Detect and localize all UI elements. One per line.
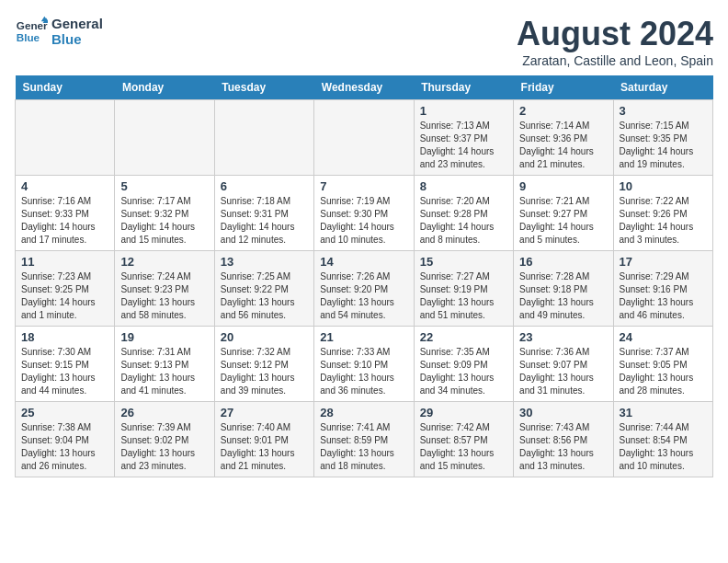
day-cell: 1Sunrise: 7:13 AM Sunset: 9:37 PM Daylig…: [414, 100, 513, 176]
day-info: Sunrise: 7:13 AM Sunset: 9:37 PM Dayligh…: [420, 120, 507, 171]
day-number: 16: [519, 255, 607, 269]
day-info: Sunrise: 7:18 AM Sunset: 9:31 PM Dayligh…: [221, 195, 308, 247]
day-number: 9: [519, 179, 607, 193]
day-cell: 28Sunrise: 7:41 AM Sunset: 8:59 PM Dayli…: [314, 402, 414, 477]
day-info: Sunrise: 7:31 AM Sunset: 9:13 PM Dayligh…: [120, 346, 208, 397]
day-info: Sunrise: 7:16 AM Sunset: 9:33 PM Dayligh…: [21, 195, 108, 247]
day-number: 17: [620, 255, 707, 269]
location-subtitle: Zaratan, Castille and Leon, Spain: [517, 53, 713, 68]
day-number: 8: [420, 179, 507, 193]
day-info: Sunrise: 7:24 AM Sunset: 9:23 PM Dayligh…: [120, 270, 208, 322]
day-number: 28: [320, 406, 407, 419]
day-cell: 10Sunrise: 7:22 AM Sunset: 9:26 PM Dayli…: [613, 176, 712, 251]
day-info: Sunrise: 7:39 AM Sunset: 9:02 PM Dayligh…: [120, 421, 208, 473]
svg-text:Blue: Blue: [17, 31, 40, 43]
day-cell: [314, 100, 414, 176]
day-info: Sunrise: 7:42 AM Sunset: 8:57 PM Dayligh…: [420, 421, 507, 473]
day-info: Sunrise: 7:32 AM Sunset: 9:12 PM Dayligh…: [221, 346, 308, 397]
day-number: 18: [21, 330, 108, 344]
day-info: Sunrise: 7:28 AM Sunset: 9:18 PM Dayligh…: [519, 270, 607, 322]
weekday-header-friday: Friday: [514, 75, 613, 100]
day-number: 30: [519, 406, 607, 419]
logo-blue: Blue: [51, 31, 103, 47]
day-number: 1: [420, 104, 507, 118]
day-cell: 20Sunrise: 7:32 AM Sunset: 9:12 PM Dayli…: [214, 327, 313, 402]
week-row-4: 18Sunrise: 7:30 AM Sunset: 9:15 PM Dayli…: [16, 327, 713, 402]
day-cell: 7Sunrise: 7:19 AM Sunset: 9:30 PM Daylig…: [314, 176, 414, 251]
weekday-header-sunday: Sunday: [16, 75, 115, 100]
day-number: 13: [221, 255, 308, 269]
day-number: 15: [420, 255, 507, 269]
day-cell: 31Sunrise: 7:44 AM Sunset: 8:54 PM Dayli…: [613, 402, 712, 477]
day-info: Sunrise: 7:27 AM Sunset: 9:19 PM Dayligh…: [420, 270, 507, 322]
day-number: 7: [320, 179, 407, 193]
week-row-3: 11Sunrise: 7:23 AM Sunset: 9:25 PM Dayli…: [16, 251, 713, 327]
day-info: Sunrise: 7:22 AM Sunset: 9:26 PM Dayligh…: [620, 195, 707, 247]
day-number: 24: [620, 330, 707, 344]
day-cell: [214, 100, 313, 176]
day-cell: 3Sunrise: 7:15 AM Sunset: 9:35 PM Daylig…: [613, 100, 712, 176]
day-info: Sunrise: 7:38 AM Sunset: 9:04 PM Dayligh…: [21, 421, 108, 473]
weekday-header-tuesday: Tuesday: [214, 75, 313, 100]
day-cell: 19Sunrise: 7:31 AM Sunset: 9:13 PM Dayli…: [115, 327, 214, 402]
day-number: 10: [620, 179, 707, 193]
day-cell: 26Sunrise: 7:39 AM Sunset: 9:02 PM Dayli…: [115, 402, 214, 477]
day-number: 22: [420, 330, 507, 344]
month-year-title: August 2024: [517, 15, 713, 53]
day-number: 31: [620, 406, 707, 419]
logo-icon: General Blue: [15, 15, 48, 48]
day-number: 14: [320, 255, 407, 269]
day-cell: 11Sunrise: 7:23 AM Sunset: 9:25 PM Dayli…: [16, 251, 115, 327]
day-cell: 5Sunrise: 7:17 AM Sunset: 9:32 PM Daylig…: [115, 176, 214, 251]
day-cell: 12Sunrise: 7:24 AM Sunset: 9:23 PM Dayli…: [115, 251, 214, 327]
title-area: August 2024 Zaratan, Castille and Leon, …: [517, 15, 713, 68]
day-cell: 30Sunrise: 7:43 AM Sunset: 8:56 PM Dayli…: [514, 402, 613, 477]
day-number: 26: [120, 406, 208, 419]
day-info: Sunrise: 7:41 AM Sunset: 8:59 PM Dayligh…: [320, 421, 407, 473]
day-number: 5: [120, 179, 208, 193]
day-info: Sunrise: 7:40 AM Sunset: 9:01 PM Dayligh…: [221, 421, 308, 473]
day-cell: 29Sunrise: 7:42 AM Sunset: 8:57 PM Dayli…: [414, 402, 513, 477]
day-cell: 9Sunrise: 7:21 AM Sunset: 9:27 PM Daylig…: [514, 176, 613, 251]
day-cell: 4Sunrise: 7:16 AM Sunset: 9:33 PM Daylig…: [16, 176, 115, 251]
calendar-table: SundayMondayTuesdayWednesdayThursdayFrid…: [15, 75, 713, 477]
day-info: Sunrise: 7:37 AM Sunset: 9:05 PM Dayligh…: [620, 346, 707, 397]
day-number: 6: [221, 179, 308, 193]
weekday-header-monday: Monday: [115, 75, 214, 100]
weekday-header-row: SundayMondayTuesdayWednesdayThursdayFrid…: [16, 75, 713, 100]
day-info: Sunrise: 7:35 AM Sunset: 9:09 PM Dayligh…: [420, 346, 507, 397]
day-cell: 24Sunrise: 7:37 AM Sunset: 9:05 PM Dayli…: [613, 327, 712, 402]
day-cell: [115, 100, 214, 176]
weekday-header-wednesday: Wednesday: [314, 75, 414, 100]
day-number: 4: [21, 179, 108, 193]
day-cell: 27Sunrise: 7:40 AM Sunset: 9:01 PM Dayli…: [214, 402, 313, 477]
day-info: Sunrise: 7:14 AM Sunset: 9:36 PM Dayligh…: [519, 120, 607, 171]
day-cell: 14Sunrise: 7:26 AM Sunset: 9:20 PM Dayli…: [314, 251, 414, 327]
day-number: 3: [620, 104, 707, 118]
day-info: Sunrise: 7:44 AM Sunset: 8:54 PM Dayligh…: [620, 421, 707, 473]
day-info: Sunrise: 7:25 AM Sunset: 9:22 PM Dayligh…: [221, 270, 308, 322]
day-info: Sunrise: 7:17 AM Sunset: 9:32 PM Dayligh…: [120, 195, 208, 247]
week-row-1: 1Sunrise: 7:13 AM Sunset: 9:37 PM Daylig…: [16, 100, 713, 176]
day-number: 20: [221, 330, 308, 344]
week-row-5: 25Sunrise: 7:38 AM Sunset: 9:04 PM Dayli…: [16, 402, 713, 477]
day-cell: 15Sunrise: 7:27 AM Sunset: 9:19 PM Dayli…: [414, 251, 513, 327]
day-info: Sunrise: 7:43 AM Sunset: 8:56 PM Dayligh…: [519, 421, 607, 473]
logo-general: General: [51, 16, 103, 31]
day-cell: 13Sunrise: 7:25 AM Sunset: 9:22 PM Dayli…: [214, 251, 313, 327]
week-row-2: 4Sunrise: 7:16 AM Sunset: 9:33 PM Daylig…: [16, 176, 713, 251]
day-cell: 25Sunrise: 7:38 AM Sunset: 9:04 PM Dayli…: [16, 402, 115, 477]
weekday-header-saturday: Saturday: [613, 75, 712, 100]
day-info: Sunrise: 7:19 AM Sunset: 9:30 PM Dayligh…: [320, 195, 407, 247]
weekday-header-thursday: Thursday: [414, 75, 513, 100]
day-info: Sunrise: 7:20 AM Sunset: 9:28 PM Dayligh…: [420, 195, 507, 247]
logo: General Blue General Blue: [15, 15, 103, 48]
day-number: 21: [320, 330, 407, 344]
day-info: Sunrise: 7:33 AM Sunset: 9:10 PM Dayligh…: [320, 346, 407, 397]
day-number: 23: [519, 330, 607, 344]
day-cell: 2Sunrise: 7:14 AM Sunset: 9:36 PM Daylig…: [514, 100, 613, 176]
day-cell: 16Sunrise: 7:28 AM Sunset: 9:18 PM Dayli…: [514, 251, 613, 327]
day-cell: [16, 100, 115, 176]
day-number: 11: [21, 255, 108, 269]
day-info: Sunrise: 7:30 AM Sunset: 9:15 PM Dayligh…: [21, 346, 108, 397]
